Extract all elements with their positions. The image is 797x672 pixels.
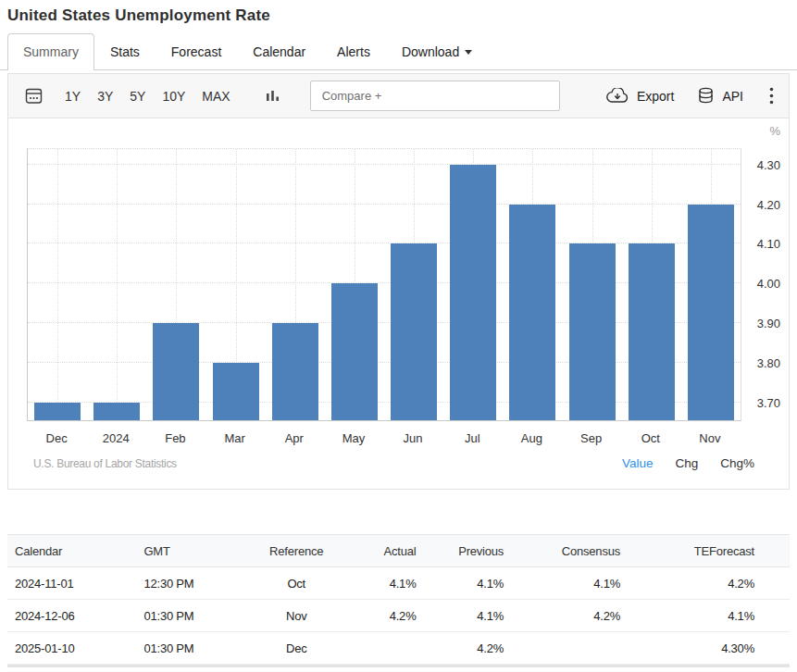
- column-header-gmt: GMT: [136, 535, 252, 567]
- bar-aug[interactable]: [509, 205, 555, 420]
- range-button-10y[interactable]: 10Y: [162, 89, 185, 104]
- x-axis-label: Jun: [404, 431, 423, 445]
- export-label: Export: [637, 89, 674, 104]
- column-header-consensus: Consensus: [511, 535, 628, 567]
- tab-forecast[interactable]: Forecast: [156, 33, 237, 69]
- tab-stats[interactable]: Stats: [94, 33, 156, 69]
- table-cell: Nov: [252, 600, 340, 632]
- tab-label: Calendar: [253, 44, 305, 59]
- table-cell: 2025-01-10: [7, 632, 136, 665]
- x-axis-label: Mar: [224, 431, 244, 445]
- plot-area: [27, 148, 741, 421]
- y-axis-label: 4.00: [757, 277, 780, 292]
- calendar-table-section: CalendarGMTReferenceActualPreviousConsen…: [7, 534, 790, 665]
- cloud-download-icon: [606, 88, 629, 104]
- bar-2024[interactable]: [93, 403, 140, 420]
- table-cell: 4.1%: [424, 600, 512, 632]
- chart-mode-chg[interactable]: Chg: [675, 456, 698, 470]
- x-axis-label: Apr: [285, 431, 304, 445]
- bar-sep[interactable]: [569, 243, 616, 420]
- more-options-button[interactable]: [767, 85, 776, 106]
- compare-input[interactable]: [310, 81, 560, 111]
- bar-may[interactable]: [331, 283, 378, 420]
- y-axis-unit-label: %: [769, 124, 780, 138]
- tab-download[interactable]: Download: [386, 33, 488, 69]
- table-cell: 01:30 PM: [136, 632, 252, 665]
- range-button-1y[interactable]: 1Y: [65, 89, 81, 104]
- table-cell: 4.2%: [341, 600, 424, 632]
- vertical-gridline: [57, 149, 58, 420]
- table-cell: 4.2%: [628, 567, 790, 600]
- bar-dec[interactable]: [34, 403, 81, 420]
- table-cell: 4.2%: [424, 632, 512, 665]
- chart-type-button[interactable]: [264, 87, 282, 106]
- calendar-table: CalendarGMTReferenceActualPreviousConsen…: [7, 534, 790, 665]
- table-row[interactable]: 2025-01-1001:30 PMDec4.2%4.30%: [7, 632, 790, 665]
- range-button-max[interactable]: MAX: [202, 89, 230, 104]
- x-axis-label: Jul: [465, 431, 480, 445]
- x-axis-label: Sep: [580, 431, 602, 445]
- column-header-teforecast: TEForecast: [628, 535, 790, 567]
- table-cell: 4.1%: [424, 567, 512, 600]
- chart-toolbar: 1Y3Y5Y10YMAX: [8, 74, 789, 118]
- y-axis-label: 3.70: [757, 396, 780, 411]
- x-axis-label: Nov: [699, 431, 720, 445]
- horizontal-gridline: [28, 204, 741, 205]
- chart-panel: 1Y3Y5Y10YMAX: [7, 73, 790, 490]
- tab-calendar[interactable]: Calendar: [237, 33, 321, 69]
- range-selector: 1Y3Y5Y10YMAX: [65, 89, 230, 104]
- bar-mar[interactable]: [213, 363, 259, 420]
- tab-label: Forecast: [171, 44, 221, 59]
- bar-jul[interactable]: [450, 165, 496, 420]
- unemployment-bar-chart: % Dec2024FebMarAprMayJunJulAugSepOctNov4…: [8, 118, 789, 449]
- column-header-previous: Previous: [424, 535, 512, 567]
- bar-jun[interactable]: [391, 243, 437, 420]
- range-button-3y[interactable]: 3Y: [97, 89, 113, 104]
- column-header-reference: Reference: [252, 535, 340, 567]
- tab-alerts[interactable]: Alerts: [321, 33, 386, 69]
- chevron-down-icon: [465, 50, 472, 55]
- page: United States Unemployment Rate SummaryS…: [0, 0, 797, 667]
- chart-mode-value[interactable]: Value: [622, 456, 654, 470]
- bar-feb[interactable]: [153, 323, 199, 420]
- chart-mode-chgpct[interactable]: Chg%: [720, 456, 754, 470]
- table-row[interactable]: 2024-11-0112:30 PMOct4.1%4.1%4.1%4.2%: [7, 567, 790, 600]
- date-range-picker-button[interactable]: [23, 85, 44, 106]
- bar-nov[interactable]: [688, 205, 734, 420]
- table-cell: Oct: [252, 567, 340, 600]
- table-header-row: CalendarGMTReferenceActualPreviousConsen…: [7, 535, 790, 567]
- y-axis-label: 3.80: [757, 356, 780, 371]
- vertical-gridline: [117, 149, 118, 420]
- column-header-calendar: Calendar: [7, 535, 136, 567]
- tab-label: Stats: [110, 44, 140, 59]
- x-axis-label: Dec: [46, 431, 68, 445]
- table-cell: 2024-12-06: [7, 600, 136, 632]
- tab-label: Download: [402, 44, 459, 59]
- table-row[interactable]: 2024-12-0601:30 PMNov4.2%4.1%4.2%4.1%: [7, 600, 790, 632]
- bar-oct[interactable]: [629, 243, 675, 420]
- table-cell: 4.2%: [511, 600, 628, 632]
- table-cell: 4.1%: [341, 567, 424, 600]
- data-source-label: U.S. Bureau of Labor Statistics: [33, 457, 177, 470]
- table-cell: [341, 632, 424, 665]
- tab-label: Summary: [23, 44, 79, 59]
- table-cell: 4.30%: [628, 632, 790, 665]
- y-axis-label: 4.20: [757, 198, 780, 213]
- tab-summary[interactable]: Summary: [7, 33, 94, 70]
- table-cell: Dec: [252, 632, 340, 665]
- toolbar-right: Export API: [606, 85, 776, 106]
- database-icon: [698, 87, 714, 106]
- api-button[interactable]: API: [698, 87, 743, 106]
- chart-footer: U.S. Bureau of Labor Statistics ValueChg…: [8, 449, 789, 489]
- table-cell: 2024-11-01: [7, 567, 136, 600]
- x-axis-label: Aug: [521, 431, 542, 445]
- calendar-icon: [25, 87, 43, 105]
- range-button-5y[interactable]: 5Y: [130, 89, 145, 104]
- y-axis-label: 3.90: [757, 317, 780, 331]
- table-cell: 4.1%: [628, 600, 790, 632]
- y-axis-label: 4.10: [757, 237, 780, 252]
- page-title: United States Unemployment Rate: [0, 0, 797, 33]
- export-button[interactable]: Export: [606, 88, 674, 104]
- bottom-divider: [7, 665, 790, 667]
- bar-apr[interactable]: [272, 323, 318, 420]
